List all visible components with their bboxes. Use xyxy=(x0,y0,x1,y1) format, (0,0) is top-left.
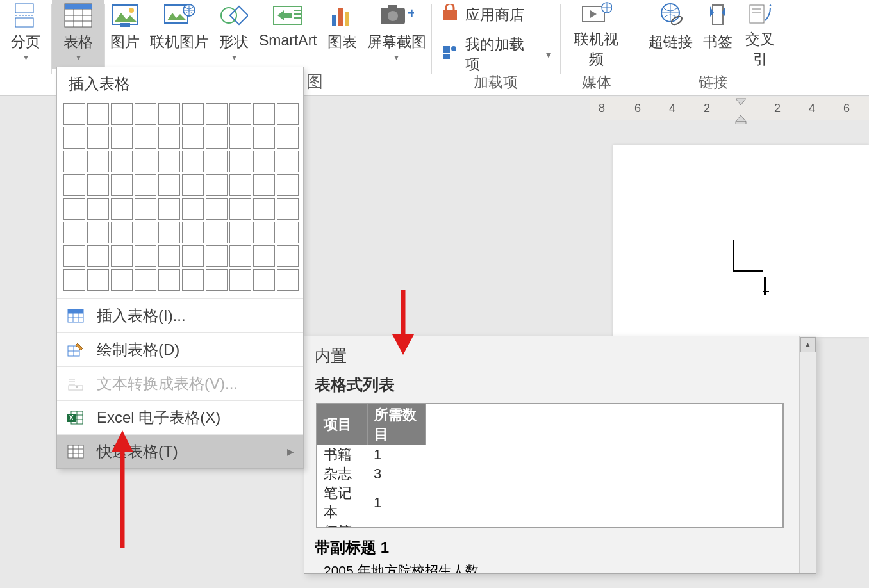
grid-cell[interactable] xyxy=(277,127,299,149)
grid-cell[interactable] xyxy=(87,174,109,196)
insert-table-menuitem[interactable]: 插入表格(I)... xyxy=(57,298,303,332)
grid-cell[interactable] xyxy=(63,151,85,172)
grid-cell[interactable] xyxy=(206,127,228,149)
grid-cell[interactable] xyxy=(182,151,204,172)
screenshot-button[interactable]: + 屏幕截图 ▾ xyxy=(362,0,431,69)
grid-cell[interactable] xyxy=(182,222,204,243)
grid-cell[interactable] xyxy=(63,174,85,196)
grid-cell[interactable] xyxy=(277,174,299,196)
grid-cell[interactable] xyxy=(182,269,204,291)
grid-cell[interactable] xyxy=(253,127,275,149)
grid-cell[interactable] xyxy=(182,198,204,220)
grid-cell[interactable] xyxy=(206,198,228,220)
grid-cell[interactable] xyxy=(277,151,299,172)
grid-cell[interactable] xyxy=(135,222,156,243)
document-page[interactable] xyxy=(613,145,869,337)
grid-cell[interactable] xyxy=(229,151,251,172)
grid-cell[interactable] xyxy=(277,269,299,291)
quick-table-preview[interactable]: 项目 所需数目 书籍1杂志3笔记本1便笺簿1钢笔3铅笔2 xyxy=(316,403,784,528)
grid-cell[interactable] xyxy=(206,174,228,196)
online-picture-button[interactable]: 联机图片 xyxy=(145,0,214,69)
grid-cell[interactable] xyxy=(63,127,85,149)
indent-handle[interactable] xyxy=(734,96,745,122)
grid-cell[interactable] xyxy=(87,269,109,291)
grid-cell[interactable] xyxy=(111,269,133,291)
chart-button[interactable]: 图表 xyxy=(322,0,362,69)
grid-cell[interactable] xyxy=(158,269,180,291)
picture-button[interactable]: 图片 xyxy=(105,0,145,69)
scroll-up-icon[interactable]: ▲ xyxy=(800,337,816,352)
grid-cell[interactable] xyxy=(277,245,299,267)
grid-cell[interactable] xyxy=(229,127,251,149)
grid-cell[interactable] xyxy=(253,222,275,243)
grid-cell[interactable] xyxy=(158,198,180,220)
grid-cell[interactable] xyxy=(229,269,251,291)
grid-cell[interactable] xyxy=(158,222,180,243)
hyperlink-button[interactable]: 超链接 xyxy=(643,0,698,69)
crossref-button[interactable]: 交叉引 xyxy=(738,0,782,69)
grid-cell[interactable] xyxy=(206,103,228,125)
draw-table-menuitem[interactable]: 绘制表格(D) xyxy=(57,332,303,366)
grid-cell[interactable] xyxy=(63,222,85,243)
grid-cell[interactable] xyxy=(182,245,204,267)
grid-cell[interactable] xyxy=(63,198,85,220)
table-button[interactable]: 表格 ▾ xyxy=(52,0,104,69)
grid-cell[interactable] xyxy=(135,127,156,149)
grid-cell[interactable] xyxy=(111,245,133,267)
bookmark-button[interactable]: 书签 xyxy=(698,0,738,69)
grid-cell[interactable] xyxy=(182,103,204,125)
grid-cell[interactable] xyxy=(206,222,228,243)
grid-cell[interactable] xyxy=(111,222,133,243)
grid-cell[interactable] xyxy=(63,269,85,291)
grid-cell[interactable] xyxy=(206,269,228,291)
grid-cell[interactable] xyxy=(135,245,156,267)
grid-cell[interactable] xyxy=(135,103,156,125)
grid-cell[interactable] xyxy=(277,103,299,125)
grid-cell[interactable] xyxy=(63,103,85,125)
grid-cell[interactable] xyxy=(229,245,251,267)
grid-cell[interactable] xyxy=(182,174,204,196)
grid-cell[interactable] xyxy=(87,127,109,149)
grid-cell[interactable] xyxy=(87,222,109,243)
grid-cell[interactable] xyxy=(229,174,251,196)
shapes-button[interactable]: 形状 ▾ xyxy=(214,0,254,69)
flyout-scrollbar[interactable]: ▲ xyxy=(799,336,816,573)
grid-cell[interactable] xyxy=(111,127,133,149)
table-grid-preview[interactable] xyxy=(57,101,303,298)
grid-cell[interactable] xyxy=(229,198,251,220)
grid-cell[interactable] xyxy=(253,269,275,291)
grid-cell[interactable] xyxy=(135,198,156,220)
grid-cell[interactable] xyxy=(158,127,180,149)
grid-cell[interactable] xyxy=(87,198,109,220)
grid-cell[interactable] xyxy=(253,151,275,172)
grid-cell[interactable] xyxy=(135,269,156,291)
grid-cell[interactable] xyxy=(253,198,275,220)
grid-cell[interactable] xyxy=(253,103,275,125)
horizontal-ruler[interactable]: 8 6 4 2 2 4 6 xyxy=(590,97,869,120)
grid-cell[interactable] xyxy=(206,151,228,172)
grid-cell[interactable] xyxy=(277,198,299,220)
quick-table-menuitem[interactable]: 快速表格(T) ▶ xyxy=(57,434,303,468)
grid-cell[interactable] xyxy=(87,103,109,125)
excel-sheet-menuitem[interactable]: X Excel 电子表格(X) xyxy=(57,400,303,434)
grid-cell[interactable] xyxy=(87,151,109,172)
grid-cell[interactable] xyxy=(206,245,228,267)
grid-cell[interactable] xyxy=(229,222,251,243)
grid-cell[interactable] xyxy=(158,174,180,196)
grid-cell[interactable] xyxy=(158,103,180,125)
grid-cell[interactable] xyxy=(253,245,275,267)
grid-cell[interactable] xyxy=(87,245,109,267)
grid-cell[interactable] xyxy=(229,103,251,125)
grid-cell[interactable] xyxy=(63,245,85,267)
grid-cell[interactable] xyxy=(253,174,275,196)
grid-cell[interactable] xyxy=(182,127,204,149)
grid-cell[interactable] xyxy=(111,151,133,172)
paging-button[interactable]: 分页 ▾ xyxy=(0,0,51,69)
grid-cell[interactable] xyxy=(277,222,299,243)
smartart-button[interactable]: SmartArt xyxy=(254,0,322,69)
grid-cell[interactable] xyxy=(111,174,133,196)
my-addins-button[interactable]: 我的加载项 ▾ xyxy=(441,35,551,74)
grid-cell[interactable] xyxy=(135,174,156,196)
grid-cell[interactable] xyxy=(158,151,180,172)
app-store-button[interactable]: 应用商店 xyxy=(441,4,551,26)
